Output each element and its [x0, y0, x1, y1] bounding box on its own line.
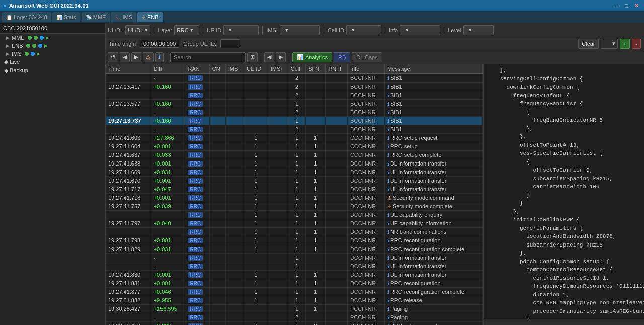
table-row[interactable]: 19.27.13.417 +0.160 RRC 2 BCCH-NR ℹSIB1 [106, 83, 483, 91]
clear-button[interactable]: Clear [578, 39, 598, 49]
tab-stats[interactable]: 📊 Stats [52, 12, 80, 22]
table-row[interactable]: 19.27.41.718 +0.001 RRC 1 1 1 DCCH-NR ⚠S… [106, 194, 483, 202]
table-row[interactable]: 19.27.41.831 +0.001 RRC 1 1 1 DCCH-NR ℹR… [106, 279, 483, 288]
table-row[interactable]: - RRC 1 DCCH-NR ℹUL information transfer [106, 262, 483, 271]
table-row[interactable]: 19.27.41.637 +0.033 RRC 1 1 1 CCCH-NR ℹR… [106, 151, 483, 159]
search-input[interactable] [170, 52, 246, 62]
tab-logs[interactable]: 📋 Logs: 334248 [2, 12, 51, 22]
time-origin-value[interactable]: 00:00:00.000 [140, 40, 179, 48]
tab-enb[interactable]: ⚠ ENB [137, 12, 163, 22]
forward-btn[interactable]: ▶ [131, 52, 141, 62]
cell-imsi [268, 271, 288, 279]
cell-cell: 1 [288, 305, 306, 313]
table-view-btn[interactable]: ⊞ [247, 52, 258, 62]
table-row[interactable]: 19.27.41.670 +0.001 RRC 1 1 1 DCCH-NR ℹD… [106, 177, 483, 185]
table-row[interactable]: 19.30.28.453 +0.026 RRC 2 1 2 CCCH-NR ℹR… [106, 322, 483, 326]
back-btn[interactable]: ◀ [120, 52, 130, 62]
maximize-btn[interactable]: □ [623, 3, 630, 9]
analytics-button[interactable]: 📊 Analytics [292, 52, 332, 62]
cell-ims [225, 271, 244, 279]
cell-time: 19.27.41.798 [106, 236, 151, 245]
table-row[interactable]: 19.27.41.797 +0.040 RRC 1 1 1 DCCH-NR ℹU… [106, 219, 483, 228]
sidebar: CBC-2021050100 ▶ MME ▶ ▶ ENB ▶ ▶ IMS ▶ ◆… [0, 23, 106, 325]
close-btn[interactable]: ✕ [632, 3, 641, 9]
table-row[interactable]: 19.27.41.830 +0.001 RRC 1 1 1 DCCH-NR ℹD… [106, 271, 483, 279]
rb-button[interactable]: RB [334, 52, 350, 62]
group-ueid-input[interactable] [220, 39, 240, 48]
minimize-btn[interactable]: ─ [613, 3, 621, 9]
filter-dropdown[interactable]: ▾ [601, 39, 618, 49]
msg-icon: ℹ [387, 238, 389, 243]
warning-btn[interactable]: ⚠ [143, 52, 154, 62]
table-row[interactable]: 19:27:13.737 +0.160 RRC 1 BCCH-NR ℹSIB1 [106, 117, 483, 125]
cell-message: ℹDL information transfer [384, 159, 482, 168]
table-row[interactable]: 19.27.51.832 +9.955 RRC 1 1 1 DCCH-NR ℹR… [106, 296, 483, 305]
table-row[interactable]: 19.27.41.669 +0.031 RRC 1 1 1 DCCH-NR ℹU… [106, 168, 483, 177]
code-viewer[interactable]: }, servingCellConfigCommon { downlinkCon… [484, 64, 644, 319]
table-row[interactable]: 19.30.28.427 +156.595 RRC 1 1 PCCH-NR ℹP… [106, 305, 483, 313]
play-btn-enb[interactable]: ▶ [44, 43, 48, 48]
table-row[interactable]: 19.27.13.577 +0.160 RRC 1 BCCH-NR ℹSIB1 [106, 100, 483, 108]
table-row[interactable]: RRC 2 BCCH-NR ℹSIB1 [106, 91, 483, 100]
table-row[interactable]: - RRC 1 DCCH-NR ℹUL information transfer [106, 254, 483, 262]
table-row[interactable]: 19.27.41.877 +0.046 RRC 1 1 1 DCCH-NR ℹR… [106, 288, 483, 296]
dl-caps-button[interactable]: DL Caps [352, 52, 382, 62]
info-btn[interactable]: ℹ [155, 52, 164, 62]
sidebar-item-backup[interactable]: ◆ Backup [0, 66, 105, 75]
cell-cn [209, 236, 225, 245]
imsi-dropdown[interactable]: ▾ [280, 25, 320, 35]
cell-cell: 1 [288, 168, 306, 177]
add-filter-button[interactable]: + [620, 39, 630, 49]
table-row[interactable]: 19.27.41.717 +0.047 RRC 1 1 1 DCCH-NR ℹU… [106, 185, 483, 194]
sidebar-item-enb[interactable]: ▶ ENB ▶ [0, 42, 105, 50]
nav-prev-btn[interactable]: ◀ [264, 52, 274, 62]
cell-ims [225, 279, 244, 288]
cell-ueid [244, 254, 268, 262]
table-row[interactable]: - RRC 2 PCCH-NR ℹPaging [106, 313, 483, 322]
sidebar-item-ims[interactable]: ▶ IMS ▶ [0, 50, 105, 58]
table-row[interactable]: - RRC 2 BCCH-NR ℹSIB1 [106, 108, 483, 117]
table-row[interactable]: RRC 1 1 1 DCCH-NR ℹNR band combinations [106, 228, 483, 236]
table-row[interactable]: - RRC 2 BCCH-NR ℹSIB1 [106, 125, 483, 134]
tab-mme[interactable]: 📡 MME [82, 12, 110, 22]
nav-next-btn[interactable]: ▶ [276, 52, 286, 62]
play-btn-ims[interactable]: ▶ [37, 51, 40, 56]
table-row[interactable]: 19.27.41.798 +0.001 RRC 1 1 1 DCCH-NR ℹR… [106, 236, 483, 245]
sidebar-item-live[interactable]: ◆ Live [0, 58, 105, 66]
cell-ueid: 1 [244, 142, 268, 151]
col-message: Message [384, 64, 482, 74]
cell-time: 19.27.41.877 [106, 288, 151, 296]
bottom-scrollbar[interactable] [484, 319, 644, 325]
cell-time: 19.27.41.757 [106, 202, 151, 211]
cell-info: PCCH-NR [347, 313, 384, 322]
cell-time: 19.27.41.669 [106, 168, 151, 177]
table-row[interactable]: 19.27.41.603 +27.866 RRC 1 1 1 CCCH-NR ℹ… [106, 134, 483, 142]
level-dropdown[interactable]: ▾ [463, 25, 494, 35]
table-row[interactable]: 19.27.41.829 +0.031 RRC 1 1 1 DCCH-NR ℹR… [106, 245, 483, 254]
refresh-btn[interactable]: ↺ [108, 52, 118, 62]
table-row[interactable]: 19.27.41.604 +0.001 RRC 1 1 1 CCCH-NR ℹR… [106, 142, 483, 151]
cellid-dropdown[interactable]: ▾ [346, 25, 381, 35]
table-row[interactable]: 19.27.41.638 +0.001 RRC 1 1 1 DCCH-NR ℹD… [106, 159, 483, 168]
cell-message: ℹSIB1 [384, 108, 482, 117]
tab-ims[interactable]: 📞 IMS [111, 12, 136, 22]
cell-ran: RRC [185, 322, 209, 326]
info-dropdown[interactable]: ▾ [400, 25, 440, 35]
table-row[interactable]: RRC 1 1 1 DCCH-NR ℹUE capability enquiry [106, 211, 483, 219]
table-row[interactable]: - RRC 2 BCCH-NR ℹSIB1 [106, 74, 483, 83]
cell-sfn: 1 [306, 219, 326, 228]
table-row[interactable]: 19.27.41.757 +0.039 RRC 1 1 1 DCCH-NR ⚠S… [106, 202, 483, 211]
cell-imsi [268, 91, 288, 100]
layer-dropdown[interactable]: RRC ▾ [174, 25, 199, 35]
sidebar-item-mme[interactable]: ▶ MME ▶ [0, 34, 105, 42]
ueid-dropdown[interactable]: ▾ [223, 25, 259, 35]
cell-ueid: 1 [244, 228, 268, 236]
remove-filter-button[interactable]: - [632, 39, 641, 49]
cell-cell: 2 [288, 125, 306, 134]
play-btn-mme[interactable]: ▶ [46, 35, 49, 40]
cell-ran: RRC [185, 108, 209, 117]
cell-sfn [306, 125, 326, 134]
uldl-dropdown[interactable]: UL/DL ▾ [125, 25, 150, 35]
cell-ran: RRC [185, 117, 209, 125]
cell-ims [225, 151, 244, 159]
